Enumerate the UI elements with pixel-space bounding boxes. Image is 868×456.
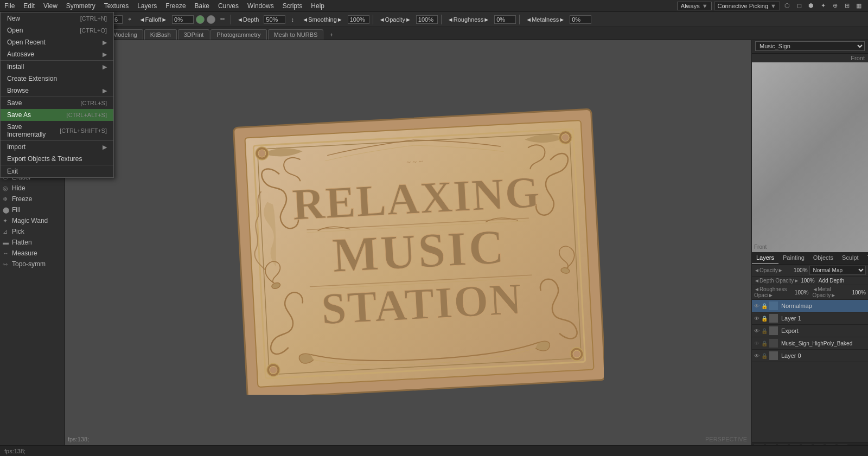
brush-icon[interactable]: ✏ (218, 15, 227, 24)
lock-icon-layer0[interactable]: 🔒 (761, 353, 768, 359)
tab-photogrammetry[interactable]: Photogrammetry (210, 29, 266, 40)
metal-opacity-value: 100% (852, 290, 866, 296)
menu-freeze[interactable]: Freeze (161, 1, 190, 11)
dd-save-incrementally[interactable]: Save Incrementally [CTRL+SHIFT+S] (1, 121, 113, 140)
dd-autosave[interactable]: Autosave ▶ (1, 48, 113, 60)
metalness-label[interactable]: ◄Metalness► (523, 15, 567, 24)
falloff-input[interactable] (172, 15, 194, 24)
lock-icon-export[interactable]: 🔒 (761, 328, 768, 334)
menu-file[interactable]: File (0, 1, 19, 11)
dd-install[interactable]: Install ▶ (1, 60, 113, 73)
metalness-input[interactable] (570, 15, 591, 24)
opacity-label[interactable]: ◄Opacity► (376, 15, 414, 24)
menu-scripts[interactable]: Scripts (278, 1, 307, 11)
rpanel-tab-sculpt[interactable]: Sculpt (838, 252, 863, 264)
menu-windows[interactable]: Windows (243, 1, 278, 11)
lock-icon-normalmap[interactable]: 🔒 (761, 303, 768, 309)
menu-symmetry[interactable]: Symmetry (62, 1, 100, 11)
top-icon-3[interactable]: ⬢ (806, 1, 816, 11)
opacity-prop-label[interactable]: ◄Opacity► (754, 267, 792, 273)
rpanel-tab-tree[interactable]: Tree (863, 252, 868, 264)
dd-save-as[interactable]: Save As [CTRL+ALT+S] (1, 109, 113, 121)
depth-input[interactable] (264, 15, 285, 24)
menu-view[interactable]: View (39, 1, 62, 11)
opacity-input[interactable] (416, 15, 438, 24)
viewport[interactable]: RELAXING MUSIC STATION ~ ~ ~ PER (65, 40, 751, 445)
metal-opacity-label[interactable]: ◄Metal Opacity► (812, 286, 850, 298)
layer-row-normalmap[interactable]: 👁 🔒 Normalmap (752, 300, 868, 312)
menu-edit[interactable]: Edit (19, 1, 39, 11)
top-icon-6[interactable]: ⊞ (842, 1, 852, 11)
texture-name-select[interactable]: Music_Sign (755, 41, 865, 51)
top-icon-7[interactable]: ▦ (854, 1, 864, 11)
top-icon-4[interactable]: ✦ (818, 1, 828, 11)
dd-install-label: Install (7, 63, 24, 70)
dd-exit[interactable]: Exit (1, 165, 113, 177)
dd-create-extension[interactable]: Create Extension (1, 73, 113, 85)
sidebar-item-topo-symm[interactable]: ⇿ Topo-symm (0, 259, 65, 269)
layer-name-export: Export (781, 327, 866, 334)
roughness-opacity-value: 100% (795, 290, 809, 296)
always-toggle[interactable]: Always ▼ (677, 2, 712, 10)
eye-icon-layer1[interactable]: 👁 (754, 316, 760, 322)
menu-bake[interactable]: Bake (190, 1, 214, 11)
eye-icon-normalmap[interactable]: 👁 (754, 303, 760, 309)
depth-icon[interactable]: ↕ (288, 15, 297, 24)
sidebar-item-pick[interactable]: ⊿ Pick (0, 226, 65, 237)
depth-label[interactable]: ◄Depth (234, 15, 261, 24)
rpanel-tab-layers[interactable]: Layers (752, 252, 778, 264)
layer-row-baked[interactable]: 👁 🔒 Music_Sign_HighPoly_Baked (752, 337, 868, 350)
dd-new[interactable]: New [CTRL+N] (1, 12, 113, 24)
sidebar-item-hide[interactable]: ◎ Hide (0, 183, 65, 194)
sidebar-item-fill[interactable]: ⬤ Fill (0, 204, 65, 215)
tab-mesh-nurbs[interactable]: Mesh to NURBS (268, 29, 324, 40)
rpanel-tab-objects[interactable]: Objects (809, 252, 838, 264)
brush-color-gray[interactable] (207, 15, 215, 24)
tab-kitbash[interactable]: KitBash (144, 29, 177, 40)
top-icon-5[interactable]: ⊕ (830, 1, 840, 11)
dd-import[interactable]: Import ▶ (1, 140, 113, 153)
eye-icon-layer0[interactable]: 👁 (754, 353, 760, 359)
menu-layers[interactable]: Layers (133, 1, 161, 11)
depth-opacity-label[interactable]: ◄Depth Opacity► (754, 278, 799, 284)
top-icon-1[interactable]: ⬡ (782, 1, 792, 11)
smoothing-label[interactable]: ◄Smoothing► (299, 15, 345, 24)
sidebar-item-flatten[interactable]: ▬ Flatten (0, 237, 65, 248)
dd-save[interactable]: Save [CTRL+S] (1, 97, 113, 109)
roughness-opacity-label[interactable]: ◄Roughness Opaci► (754, 286, 793, 298)
falloff-icon[interactable]: ⌖ (125, 15, 135, 24)
connective-picking-toggle[interactable]: Connective Picking ▼ (714, 2, 780, 10)
menu-help[interactable]: Help (307, 1, 329, 11)
layer-row-layer0[interactable]: 👁 🔒 Layer 0 (752, 350, 868, 362)
tab-3dprint[interactable]: 3DPrint (178, 29, 210, 40)
roughness-input[interactable] (494, 15, 516, 24)
top-icon-2[interactable]: ◻ (794, 1, 804, 11)
dd-open[interactable]: Open [CTRL+O] (1, 24, 113, 36)
dd-open-recent[interactable]: Open Recent ▶ (1, 36, 113, 48)
dd-import-label: Import (7, 143, 25, 151)
opacity-prop-value: 100% (794, 267, 808, 273)
menu-textures[interactable]: Textures (100, 1, 133, 11)
sidebar-item-magic-wand[interactable]: ✦ Magic Wand (0, 215, 65, 226)
layer-row-export[interactable]: 👁 🔒 Export (752, 325, 868, 337)
menu-curves[interactable]: Curves (214, 1, 243, 11)
dd-export[interactable]: Export Objects & Textures (1, 153, 113, 165)
rpanel-tab-painting[interactable]: Painting (778, 252, 809, 264)
sidebar-item-measure[interactable]: ↔ Measure (0, 248, 65, 259)
tab-add-icon[interactable]: + (327, 30, 336, 40)
blend-mode-select[interactable]: Normal Map Add Depth Normal (809, 266, 866, 275)
texture-preview[interactable]: Front (752, 62, 868, 252)
sidebar-item-freeze[interactable]: ❄ Freeze (0, 194, 65, 204)
dd-browse[interactable]: Browse ▶ (1, 85, 113, 97)
lock-icon-layer1[interactable]: 🔒 (761, 316, 768, 322)
roughness-label[interactable]: ◄Roughness► (445, 15, 492, 24)
front-text: Front (851, 55, 865, 61)
eye-icon-export[interactable]: 👁 (754, 328, 760, 334)
smoothing-input[interactable] (348, 15, 369, 24)
topo-symm-icon: ⇿ (3, 261, 8, 268)
eye-icon-baked[interactable]: 👁 (754, 341, 760, 346)
layer-row-layer1[interactable]: 👁 🔒 Layer 1 (752, 312, 868, 325)
lock-icon-baked[interactable]: 🔒 (761, 341, 768, 346)
brush-color-green[interactable] (196, 15, 205, 24)
falloff-label[interactable]: ◄Falloff► (137, 15, 170, 24)
